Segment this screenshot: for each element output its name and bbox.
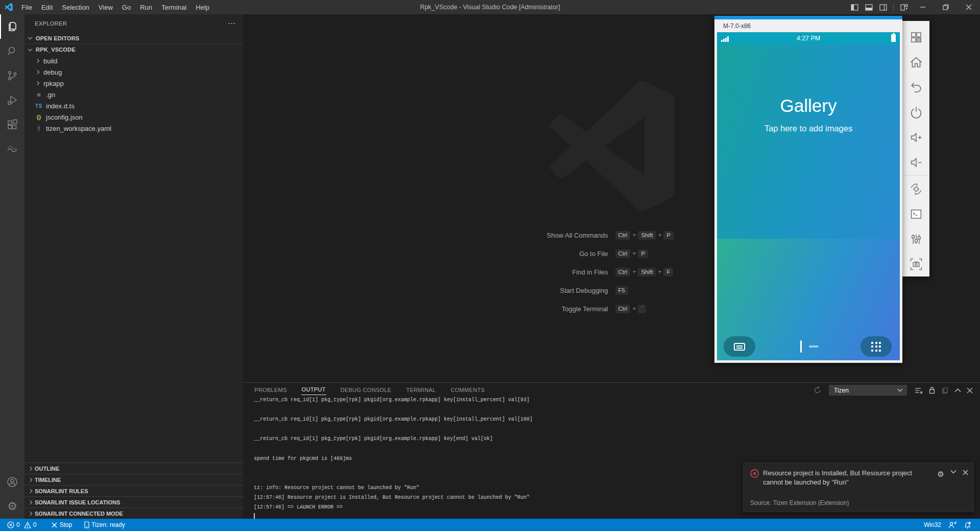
tab-terminal[interactable]: TERMINAL: [405, 384, 436, 395]
source-control-activity-icon[interactable]: [0, 63, 25, 88]
close-window-button[interactable]: [957, 0, 980, 14]
notifications-bell-icon[interactable]: [960, 521, 975, 529]
tree-item-jsconfig[interactable]: {}jsconfig.json: [25, 111, 243, 123]
emulator-screenshot-button[interactable]: [902, 251, 929, 276]
gallery-widget[interactable]: [717, 44, 900, 239]
emulator-shell-button[interactable]: [902, 201, 929, 226]
tree-item-tizen-workspace[interactable]: !tizen_workspace.yaml: [25, 123, 243, 134]
customize-layout-icon[interactable]: [897, 0, 911, 14]
menu-file[interactable]: File: [17, 0, 37, 14]
emulator-back-button[interactable]: [902, 75, 929, 100]
explorer-activity-icon[interactable]: [0, 14, 25, 39]
search-activity-icon[interactable]: [0, 39, 25, 63]
output-line: __return_cb req_id[1] pkg_type[rpk] pkgi…: [254, 434, 978, 444]
output-channel-select[interactable]: Tizen: [829, 385, 907, 396]
toggle-sidebar-icon[interactable]: [847, 0, 862, 14]
dock-menu-button[interactable]: [724, 336, 755, 357]
key-chip: Ctrl: [615, 249, 631, 258]
refresh-icon[interactable]: [814, 386, 821, 394]
section-sonarlint-connected-mode[interactable]: SONARLINT CONNECTED MODE: [25, 507, 243, 519]
dock-apps-button[interactable]: [861, 336, 892, 357]
phone-clock: 4:27 PM: [717, 32, 900, 44]
accounts-icon[interactable]: [0, 470, 25, 494]
open-output-in-editor-icon[interactable]: [941, 386, 949, 394]
chevron-right-icon: [28, 466, 32, 470]
menu-view[interactable]: View: [94, 0, 117, 14]
output-line: [254, 444, 978, 453]
menu-panel-icon: [734, 343, 745, 351]
error-icon: [750, 469, 759, 478]
gallery-app-subtitle[interactable]: Tap here to add images: [717, 122, 900, 134]
emulator-volume-down-button[interactable]: [902, 150, 929, 175]
toggle-secondary-sidebar-icon[interactable]: [876, 0, 890, 14]
notification-message: Resource project is Installed, But Resou…: [763, 469, 931, 487]
menu-edit[interactable]: Edit: [37, 0, 57, 14]
page-indicator-other[interactable]: [809, 345, 819, 348]
tree-item-index-dts[interactable]: TSindex.d.ts: [25, 100, 243, 111]
menu-run[interactable]: Run: [135, 0, 157, 14]
key-chip: Ctrl: [615, 268, 631, 276]
feedback-icon[interactable]: [945, 521, 960, 528]
notification-settings-icon[interactable]: ⚙: [938, 470, 944, 479]
tree-item-build[interactable]: build: [25, 55, 243, 66]
section-sonarlint-rules[interactable]: SONARLINT RULES: [25, 485, 243, 496]
tab-comments[interactable]: COMMENTS: [450, 384, 485, 395]
chevron-right-icon: [28, 500, 32, 504]
notification-chevron-down-icon[interactable]: [950, 470, 957, 474]
open-editors-section[interactable]: OPEN EDITORS: [25, 33, 243, 44]
section-timeline[interactable]: TIMELINE: [25, 474, 243, 485]
menu-go[interactable]: Go: [117, 0, 135, 14]
stop-button[interactable]: Stop: [48, 519, 76, 531]
menu-help[interactable]: Help: [191, 0, 214, 14]
chevron-right-icon: [35, 81, 39, 85]
gn-file-icon: ≡: [35, 91, 43, 99]
errors-icon: [7, 521, 14, 528]
problems-indicator[interactable]: 0 0: [4, 519, 42, 531]
section-outline[interactable]: OUTLINE: [25, 463, 243, 474]
restore-button[interactable]: [934, 0, 957, 14]
window-title: Rpk_VScode - Visual Studio Code [Adminis…: [420, 0, 560, 14]
key-chip: Ctrl: [615, 231, 631, 240]
emulator-volume-up-button[interactable]: [902, 125, 929, 150]
maximize-panel-icon[interactable]: [954, 388, 961, 393]
output-line: [254, 405, 978, 414]
key-chip: Shift: [638, 231, 656, 240]
emulator-rotate-button[interactable]: [902, 176, 929, 201]
clear-output-icon[interactable]: [915, 387, 923, 394]
tree-item-debug[interactable]: debug: [25, 66, 243, 78]
emulator-power-button[interactable]: [902, 100, 929, 125]
tree-item-gn[interactable]: ≡.gn: [25, 89, 243, 100]
output-line: spend time for pkgcmd is [469]ms: [254, 454, 978, 464]
toggle-panel-icon[interactable]: [862, 0, 876, 14]
lock-scroll-icon[interactable]: [928, 386, 936, 394]
toolbar-divider: [902, 175, 929, 176]
emulator-apps-button[interactable]: [902, 25, 929, 50]
status-bar: 0 0 Stop Tizen: ready Win32: [0, 519, 980, 531]
close-panel-icon[interactable]: [967, 387, 973, 394]
tab-output[interactable]: OUTPUT: [301, 384, 326, 395]
menu-terminal[interactable]: Terminal: [157, 0, 191, 14]
explorer-sidebar: EXPLORER ⋯ OPEN EDITORS RPK_VSCODE build…: [25, 14, 243, 519]
tree-item-rpkapp[interactable]: rpkapp: [25, 78, 243, 89]
menu-selection[interactable]: Selection: [57, 0, 93, 14]
tab-debug-console[interactable]: DEBUG CONSOLE: [340, 384, 392, 395]
explorer-more-actions-icon[interactable]: ⋯: [228, 19, 236, 28]
sidebar-header: EXPLORER ⋯: [25, 14, 243, 33]
project-root-section[interactable]: RPK_VSCODE: [25, 44, 243, 55]
notification-close-icon[interactable]: [963, 470, 968, 475]
tab-problems[interactable]: PROBLEMS: [254, 384, 288, 395]
section-sonarlint-issue-locations[interactable]: SONARLINT ISSUE LOCATIONS: [25, 496, 243, 507]
emulator-controls-button[interactable]: [902, 226, 929, 251]
sonarlint-activity-icon[interactable]: [0, 137, 25, 161]
emulator-home-button[interactable]: [902, 50, 929, 75]
tizen-status[interactable]: Tizen: ready: [81, 519, 129, 531]
emulator-screen: 4:27 PM Gallery Tap here to add images: [717, 32, 900, 360]
extensions-activity-icon[interactable]: [0, 112, 25, 137]
platform-indicator[interactable]: Win32: [920, 521, 945, 528]
yaml-file-icon: !: [35, 125, 43, 132]
minimize-button[interactable]: [911, 0, 934, 14]
settings-gear-icon[interactable]: ⚙: [0, 494, 25, 519]
json-file-icon: {}: [35, 114, 43, 120]
run-debug-activity-icon[interactable]: [0, 88, 25, 112]
emulator-window-title[interactable]: M-7.0-x86: [714, 19, 902, 32]
